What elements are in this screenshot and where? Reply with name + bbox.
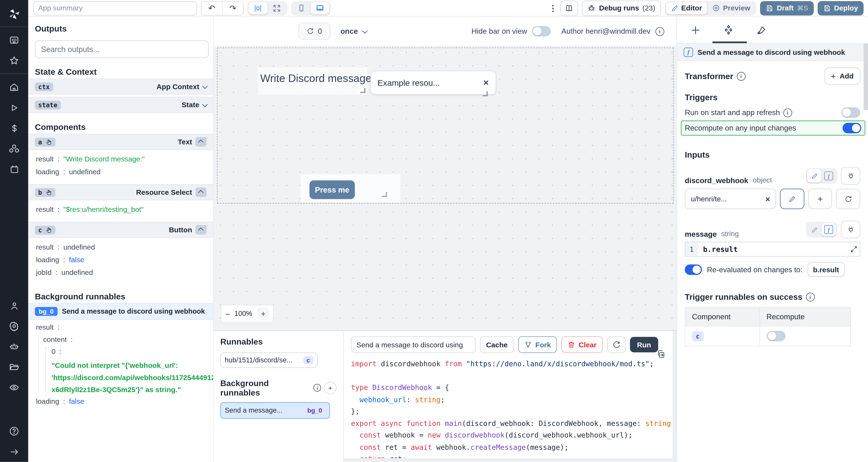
resource-value-select[interactable]: u/henri/te... × [685, 189, 776, 209]
component-row-b[interactable]: bResource Select [28, 184, 213, 200]
styling-brush-tab[interactable] [756, 25, 767, 35]
chevron-down-icon[interactable] [202, 102, 208, 107]
resize-handle[interactable] [361, 88, 366, 93]
code-vertical-scrollbar[interactable] [673, 331, 676, 462]
component-row-c[interactable]: cButton [28, 222, 213, 238]
clear-button[interactable]: Clear [561, 336, 602, 353]
fork-button[interactable]: Fork [518, 336, 557, 353]
cache-button[interactable]: Cache [480, 336, 514, 353]
desktop-view-button[interactable] [311, 2, 330, 14]
recompute-toggle[interactable] [767, 331, 785, 341]
more-menu-icon[interactable]: ⋮ [549, 3, 557, 13]
script-name-input[interactable] [351, 336, 475, 353]
folders-icon[interactable] [0, 357, 28, 377]
component-badge[interactable]: c [35, 226, 56, 234]
help-icon[interactable] [0, 421, 28, 441]
info-icon[interactable]: i [806, 292, 814, 301]
static-mode-pencil-button[interactable] [807, 169, 822, 183]
zoom-out-button[interactable]: − [225, 309, 230, 319]
zoom-in-button[interactable]: + [257, 307, 269, 320]
interval-select[interactable]: once [340, 27, 366, 35]
static-mode-pencil-button[interactable] [807, 223, 822, 236]
background-runnable-item-selected[interactable]: Send a message... bg_0 [220, 402, 330, 419]
clear-selection-icon[interactable]: × [483, 77, 489, 88]
collapse-button[interactable] [195, 137, 207, 146]
draft-button[interactable]: Draft ⌘S [760, 1, 813, 15]
resize-handle[interactable] [382, 192, 387, 197]
refresh-counter[interactable]: 0 [299, 23, 331, 40]
info-icon[interactable]: i [313, 384, 321, 392]
settings-gear-icon[interactable] [0, 316, 28, 336]
fullscreen-layout-button[interactable] [268, 2, 286, 14]
collapse-button[interactable] [195, 188, 207, 197]
windmill-logo[interactable] [0, 3, 28, 24]
code-horizontal-scrollbar[interactable] [344, 458, 673, 462]
connect-plug-button[interactable] [841, 167, 860, 185]
refresh-script-button[interactable] [607, 336, 625, 353]
run-button[interactable]: Run [630, 337, 658, 352]
resource-select-component[interactable]: Example resou... × [370, 71, 496, 95]
settings-diamonds-tab[interactable] [723, 24, 734, 35]
add-resource-button[interactable]: + [808, 189, 832, 209]
mobile-view-button[interactable] [292, 2, 311, 14]
add-background-runnable-button[interactable]: + [324, 382, 337, 394]
expression-mode-fn-button[interactable]: f [822, 169, 836, 183]
reevaluate-target-chip[interactable]: b.result [808, 262, 845, 277]
search-outputs-input[interactable] [35, 40, 209, 58]
add-transformer-button[interactable]: +Add [824, 67, 860, 85]
undo-button[interactable]: ↶ [202, 1, 222, 15]
connect-plug-button[interactable] [841, 221, 860, 238]
code-content[interactable]: import discordwebhook from "https://deno… [351, 358, 677, 462]
home-icon[interactable] [0, 77, 28, 97]
deploy-button[interactable]: Deploy [817, 1, 864, 15]
redo-button[interactable]: ↷ [222, 1, 243, 15]
copy-icon[interactable] [657, 350, 665, 359]
button-component-card[interactable]: Press me [301, 174, 400, 203]
audit-eye-icon[interactable] [0, 377, 28, 398]
editor-tab[interactable]: Editor [666, 2, 707, 14]
component-badge[interactable]: a [35, 137, 56, 146]
center-layout-button[interactable] [249, 2, 268, 14]
hide-bar-toggle[interactable] [532, 26, 551, 36]
settings-scrollbar[interactable] [864, 44, 868, 110]
app-canvas[interactable]: Write Discord message: Example resou... … [214, 46, 676, 330]
message-expression-editor[interactable]: 1 b.result [685, 242, 860, 257]
info-icon[interactable]: i [737, 72, 745, 80]
insert-plus-tab[interactable] [690, 25, 701, 35]
input-type: object [753, 176, 772, 185]
app-summary-input[interactable] [33, 1, 197, 15]
collapse-button[interactable] [195, 225, 207, 234]
error-text-line: x6dRlyll2z1Be-3QC5m25'}" as string." [52, 384, 208, 396]
docs-book-button[interactable] [560, 0, 578, 16]
apps-icon[interactable] [0, 30, 28, 51]
chevron-down-icon[interactable] [202, 84, 208, 89]
text-component[interactable]: Write Discord message: [258, 67, 367, 95]
variables-dollar-icon[interactable] [0, 118, 28, 138]
user-icon[interactable] [0, 296, 28, 316]
debug-runs-button[interactable]: Debug runs (23) [582, 0, 661, 16]
reevaluate-toggle[interactable] [685, 264, 702, 275]
edit-resource-button[interactable] [780, 189, 804, 209]
info-icon[interactable]: i [655, 27, 664, 36]
schedules-calendar-icon[interactable] [0, 159, 28, 179]
component-badge[interactable]: b [35, 188, 56, 197]
trigger-toggle[interactable] [841, 107, 860, 118]
preview-tab[interactable]: Preview [707, 2, 755, 14]
runs-play-icon[interactable] [0, 97, 28, 118]
refresh-resource-button[interactable] [836, 189, 860, 209]
workers-robot-icon[interactable] [0, 336, 28, 357]
favorites-star-icon[interactable] [0, 51, 28, 71]
state-context-row[interactable]: stateState [28, 97, 213, 113]
trigger-toggle[interactable] [842, 123, 861, 133]
component-row-a[interactable]: aText [28, 134, 213, 150]
expression-mode-fn-button[interactable]: f [822, 223, 836, 236]
resources-cubes-icon[interactable] [0, 138, 28, 159]
background-runnable-row[interactable]: bg_0 Send a message to discord using web… [28, 303, 213, 320]
runnable-item[interactable]: hub/1511/discord/se... c [220, 353, 318, 368]
expand-icon[interactable] [850, 245, 858, 253]
state-context-row[interactable]: ctxApp Context [28, 78, 213, 95]
clear-resource-icon[interactable]: × [765, 194, 770, 204]
info-icon[interactable]: i [783, 108, 792, 117]
press-me-button[interactable]: Press me [309, 180, 355, 199]
collapse-arrow-icon[interactable] [0, 441, 28, 462]
